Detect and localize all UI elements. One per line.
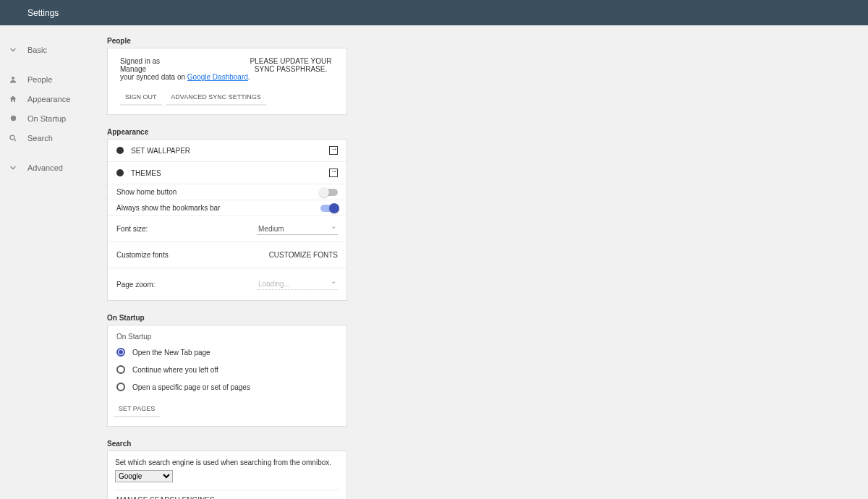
search-icon <box>7 132 19 144</box>
themes-icon <box>116 169 124 176</box>
sidebar-item-label: Appearance <box>27 95 70 103</box>
sidebar-item-basic[interactable]: Basic <box>0 40 107 59</box>
sidebar-item-appearance[interactable]: Appearance <box>0 89 107 108</box>
show-home-label: Show home button <box>116 188 320 196</box>
customize-fonts-button[interactable]: CUSTOMIZE FONTS <box>269 251 338 259</box>
power-icon <box>7 113 19 124</box>
manage-text: Manage <box>120 65 146 73</box>
sync-warning-line1: PLEASE UPDATE YOUR <box>247 57 334 65</box>
radio-label: Continue where you left off <box>132 366 218 374</box>
sidebar-item-people[interactable]: People <box>0 69 107 89</box>
google-dashboard-link[interactable]: Google Dashboard <box>187 73 248 81</box>
home-icon <box>7 93 19 105</box>
sidebar-item-onstartup[interactable]: On Startup <box>0 108 107 128</box>
sidebar: Basic People Appearance On Startup Sear <box>0 25 107 499</box>
svg-point-0 <box>12 77 14 80</box>
svg-point-2 <box>10 135 14 140</box>
signin-line2: your synced data on Google Dashboard. <box>120 73 334 81</box>
advanced-sync-button[interactable]: ADVANCED SYNC SETTINGS <box>166 90 265 106</box>
set-wallpaper-row[interactable]: SET WALLPAPER <box>108 140 346 162</box>
set-pages-button[interactable]: SET PAGES <box>114 401 160 417</box>
sidebar-item-label: Search <box>27 134 53 142</box>
onstartup-sub: On Startup <box>108 325 346 344</box>
customize-fonts-label: Customize fonts <box>116 251 269 259</box>
open-external-icon <box>329 146 338 155</box>
svg-point-1 <box>10 116 15 121</box>
search-description: Set which search engine is used when sea… <box>115 459 339 466</box>
radio-label: Open the New Tab page <box>132 349 210 357</box>
sign-out-button[interactable]: SIGN OUT <box>120 90 162 106</box>
chevron-down-icon <box>7 44 19 56</box>
themes-row[interactable]: THEMES <box>108 162 346 184</box>
sidebar-item-label: People <box>27 75 52 84</box>
svg-line-3 <box>14 139 16 141</box>
signed-in-text: Signed in as <box>120 57 160 65</box>
font-size-select[interactable]: Medium <box>257 223 338 235</box>
people-card: PLEASE UPDATE YOUR SYNC PASSPHRASE. Sign… <box>107 48 347 115</box>
sidebar-item-label: Advanced <box>27 163 63 172</box>
header-title: Settings <box>27 8 59 18</box>
appearance-card: SET WALLPAPER THEMES Show home button Al… <box>107 139 347 301</box>
radio-icon <box>116 365 125 374</box>
people-actions: SIGN OUT ADVANCED SYNC SETTINGS <box>120 90 334 106</box>
font-size-label: Font size: <box>116 225 257 233</box>
startup-radio-continue[interactable]: Continue where you left off <box>108 361 346 378</box>
font-size-row: Font size: Medium <box>108 216 346 242</box>
customize-fonts-row: Customize fonts CUSTOMIZE FONTS <box>108 242 346 268</box>
page-zoom-label: Page zoom: <box>116 281 257 289</box>
themes-label: THEMES <box>131 169 329 177</box>
show-home-toggle[interactable] <box>320 189 338 196</box>
wallpaper-icon <box>116 147 124 154</box>
sidebar-item-label: Basic <box>27 46 47 54</box>
search-engine-select[interactable]: Google <box>115 470 173 482</box>
section-title-onstartup: On Startup <box>107 310 353 325</box>
sidebar-item-label: On Startup <box>27 114 66 123</box>
synced-data-text: your synced data on <box>120 73 187 81</box>
person-icon <box>7 74 19 85</box>
manage-search-engines-button[interactable]: MANAGE SEARCH ENGINES <box>115 490 339 499</box>
radio-icon <box>116 383 125 391</box>
section-title-search: Search <box>107 435 353 451</box>
onstartup-card: On Startup Open the New Tab page Continu… <box>107 325 347 427</box>
sidebar-item-advanced[interactable]: Advanced <box>0 158 107 177</box>
section-title-appearance: Appearance <box>107 124 353 139</box>
page-zoom-select[interactable]: Loading... <box>257 278 338 290</box>
sidebar-item-search[interactable]: Search <box>0 128 107 148</box>
bookmarks-row: Always show the bookmarks bar <box>108 200 346 216</box>
sync-warning-line2: SYNC PASSPHRASE. <box>247 65 334 73</box>
startup-radio-specific[interactable]: Open a specific page or set of pages <box>108 378 346 396</box>
radio-label: Open a specific page or set of pages <box>132 383 250 391</box>
chevron-down-icon <box>7 162 19 174</box>
search-card: Set which search engine is used when sea… <box>107 451 347 499</box>
app-header: Settings <box>0 0 868 25</box>
page-body: Basic People Appearance On Startup Sear <box>0 25 868 499</box>
open-external-icon <box>329 169 338 177</box>
sync-warning: PLEASE UPDATE YOUR SYNC PASSPHRASE. <box>247 57 334 73</box>
radio-icon <box>116 348 125 357</box>
bookmarks-label: Always show the bookmarks bar <box>116 204 320 212</box>
section-title-people: People <box>107 33 353 48</box>
bookmarks-toggle[interactable] <box>320 205 338 212</box>
show-home-row: Show home button <box>108 184 346 200</box>
set-wallpaper-label: SET WALLPAPER <box>131 147 329 155</box>
startup-radio-newtab[interactable]: Open the New Tab page <box>108 344 346 361</box>
page-zoom-row: Page zoom: Loading... <box>108 268 346 300</box>
main-content: People PLEASE UPDATE YOUR SYNC PASSPHRAS… <box>107 25 353 499</box>
